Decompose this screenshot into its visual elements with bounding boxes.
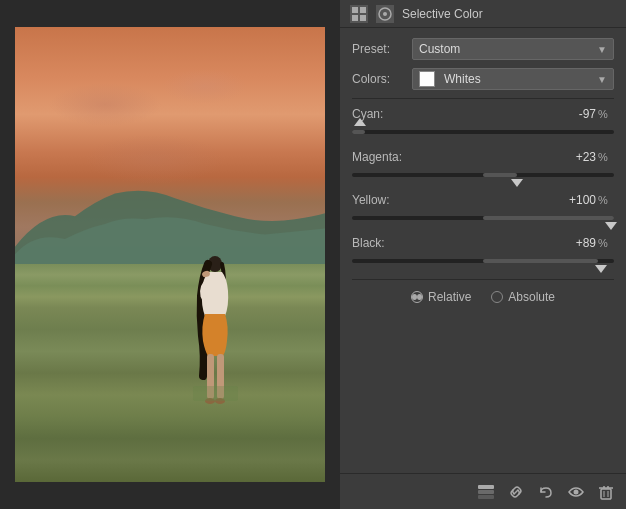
preset-label: Preset: [352, 42, 412, 56]
undo-icon[interactable] [536, 482, 556, 502]
panel-content: Preset: Custom ▼ Colors: Whites ▼ Cyan: [340, 28, 626, 473]
magenta-label: Magenta: [352, 150, 412, 164]
magenta-slider[interactable] [352, 167, 614, 183]
yellow-slider[interactable] [352, 210, 614, 226]
panel-header: Selective Color [340, 0, 626, 28]
colors-label: Colors: [352, 72, 412, 86]
svg-rect-7 [352, 7, 358, 13]
black-unit: % [598, 237, 614, 249]
photo-panel [0, 0, 340, 509]
svg-rect-6 [193, 386, 238, 401]
method-radio-group: Relative Absolute [352, 290, 614, 304]
bottom-toolbar [340, 473, 626, 509]
eye-icon[interactable] [566, 482, 586, 502]
right-panel: Selective Color Preset: Custom ▼ Colors:… [340, 0, 626, 509]
yellow-thumb [605, 222, 617, 230]
magenta-thumb [511, 179, 523, 187]
preset-dropdown-arrow: ▼ [597, 44, 607, 55]
cyan-track [352, 130, 614, 134]
field [15, 264, 325, 482]
cyan-thumb [354, 118, 366, 126]
magenta-label-row: Magenta: +23 % [352, 150, 614, 164]
colors-dropdown-arrow: ▼ [597, 74, 607, 85]
preset-value: Custom [419, 42, 460, 56]
yellow-track [352, 216, 614, 220]
black-value: +89 [561, 236, 596, 250]
black-label-row: Black: +89 % [352, 236, 614, 250]
divider-1 [352, 98, 614, 99]
cyan-unit: % [598, 108, 614, 120]
svg-rect-14 [478, 490, 494, 494]
svg-point-12 [383, 12, 387, 16]
panel-icon-1 [350, 5, 368, 23]
photo-image [15, 27, 325, 482]
black-thumb [595, 265, 607, 273]
svg-rect-9 [352, 15, 358, 21]
magenta-value: +23 [561, 150, 596, 164]
divider-2 [352, 279, 614, 280]
svg-rect-18 [601, 489, 611, 499]
magenta-unit: % [598, 151, 614, 163]
colors-dropdown[interactable]: Whites ▼ [412, 68, 614, 90]
relative-radio-dot [412, 294, 417, 300]
absolute-option[interactable]: Absolute [491, 290, 555, 304]
cyan-slider[interactable] [352, 124, 614, 140]
preset-dropdown[interactable]: Custom ▼ [412, 38, 614, 60]
svg-rect-8 [360, 7, 366, 13]
svg-rect-10 [360, 15, 366, 21]
preset-row: Preset: Custom ▼ [352, 38, 614, 60]
yellow-unit: % [598, 194, 614, 206]
cyan-value: -97 [561, 107, 596, 121]
magenta-track [352, 173, 614, 177]
black-section: Black: +89 % [352, 236, 614, 269]
yellow-section: Yellow: +100 % [352, 193, 614, 226]
svg-line-16 [514, 490, 518, 494]
relative-label: Relative [428, 290, 471, 304]
colors-value: Whites [444, 72, 481, 86]
absolute-label: Absolute [508, 290, 555, 304]
black-label: Black: [352, 236, 412, 250]
panel-title: Selective Color [402, 7, 483, 21]
black-fill [483, 259, 598, 263]
colors-row: Colors: Whites ▼ [352, 68, 614, 90]
yellow-label: Yellow: [352, 193, 412, 207]
link-icon[interactable] [506, 482, 526, 502]
yellow-value: +100 [561, 193, 596, 207]
relative-option[interactable]: Relative [411, 290, 471, 304]
cyan-label-row: Cyan: -97 % [352, 107, 614, 121]
yellow-fill [483, 216, 614, 220]
trash-icon[interactable] [596, 482, 616, 502]
magenta-section: Magenta: +23 % [352, 150, 614, 183]
stack-icon[interactable] [476, 482, 496, 502]
person-silhouette [193, 256, 238, 446]
black-track [352, 259, 614, 263]
photo-container [15, 27, 325, 482]
svg-rect-13 [478, 485, 494, 489]
white-color-swatch [419, 71, 435, 87]
black-slider[interactable] [352, 253, 614, 269]
absolute-radio[interactable] [491, 291, 503, 303]
cyan-section: Cyan: -97 % [352, 107, 614, 140]
svg-point-17 [574, 489, 579, 494]
panel-icon-2 [376, 5, 394, 23]
relative-radio[interactable] [411, 291, 423, 303]
yellow-label-row: Yellow: +100 % [352, 193, 614, 207]
svg-rect-15 [478, 495, 494, 499]
